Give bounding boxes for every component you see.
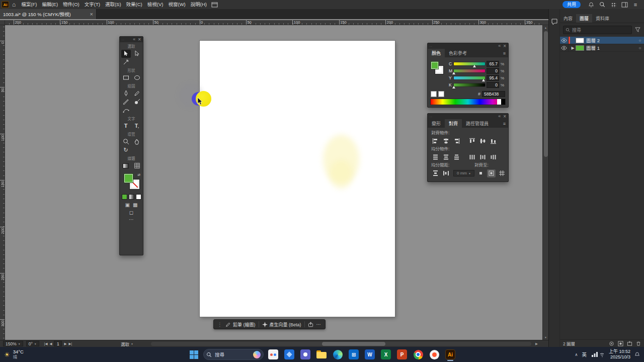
screen-mode-icon[interactable]: ◻ [120, 210, 143, 215]
layer-row[interactable]: ▶圖層 1○ [560, 44, 644, 52]
last-artboard-icon[interactable]: ▶| [68, 342, 72, 346]
channel-value-field[interactable]: 0 [487, 82, 499, 88]
slider-handle-icon[interactable] [473, 65, 476, 67]
tool-gradient[interactable] [121, 162, 131, 170]
menubar-menu-0[interactable]: 檔案(F) [19, 0, 39, 9]
home-icon[interactable]: ⌂ [12, 1, 16, 8]
tool-zoom[interactable] [121, 138, 131, 146]
scroll-up-icon[interactable]: ▲ [543, 25, 548, 30]
align-to-artboard-button[interactable] [498, 169, 506, 177]
drag-grip-icon[interactable]: ∙∙ [122, 38, 125, 41]
illustrator-app-icon[interactable]: Ai [2, 1, 9, 8]
dist-v-center-button[interactable] [442, 153, 450, 161]
layer-thumbnail[interactable] [576, 38, 584, 43]
dist-h-center-button[interactable] [478, 153, 487, 161]
slider-handle-icon[interactable] [482, 79, 485, 81]
tool-rectangle[interactable] [121, 74, 131, 82]
color-spectrum-bar[interactable] [431, 99, 505, 105]
drag-grip-icon[interactable]: ∙∙ [430, 44, 433, 48]
tool-type[interactable]: T [121, 122, 131, 130]
slider-handle-icon[interactable] [452, 72, 455, 74]
collapse-panel-icon[interactable]: « [498, 44, 501, 48]
dist-h-left-button[interactable] [468, 153, 476, 161]
layers-search-input[interactable]: 搜尋 [563, 26, 632, 34]
artboard-number-field[interactable]: 1 [54, 341, 62, 346]
network-volume-icons[interactable] [591, 351, 605, 357]
menubar-menu-7[interactable]: 視窗(W) [166, 0, 188, 9]
zoom-level-select[interactable]: 150% ▼ [3, 341, 23, 346]
scroll-right-icon[interactable]: ▶ [535, 342, 538, 346]
close-tab-icon[interactable]: × [90, 12, 93, 17]
taskbar-app-opera[interactable] [428, 347, 441, 361]
dock-tab-0[interactable]: 內容 [560, 14, 576, 23]
layer-name[interactable]: 圖層 2 [586, 37, 636, 44]
rotation-select[interactable]: 0° ▼ [26, 341, 39, 346]
menubar-menu-8[interactable]: 說明(H) [188, 0, 209, 9]
tray-overflow-icon[interactable]: ∧ [575, 352, 578, 357]
menubar-menu-2[interactable]: 物件(O) [60, 0, 82, 9]
channel-value-field[interactable]: 95.4 [487, 75, 499, 81]
menubar-menu-4[interactable]: 選取(S) [103, 0, 124, 9]
channel-slider[interactable] [454, 62, 485, 65]
color-swatch-button[interactable] [122, 194, 127, 200]
fill-swatch[interactable] [431, 61, 439, 69]
first-artboard-icon[interactable]: |◀ [44, 342, 48, 346]
tool-magic-wand[interactable] [121, 58, 131, 66]
prev-artboard-icon[interactable]: ◀ [49, 342, 52, 346]
channel-slider[interactable] [454, 83, 485, 86]
taskbar-search-box[interactable]: 搜尋 [203, 349, 264, 360]
notification-bell-icon[interactable] [634, 351, 640, 357]
distribute-space-horizontal-button[interactable] [442, 169, 450, 177]
channel-value-field[interactable]: 0 [487, 68, 499, 74]
align-h-right-button[interactable] [452, 137, 461, 145]
collapse-panel-icon[interactable]: « [133, 37, 135, 42]
taskbar-app-paint[interactable] [267, 347, 280, 361]
comments-icon[interactable] [551, 18, 558, 25]
close-panel-icon[interactable]: × [138, 37, 141, 42]
align-v-middle-button[interactable] [478, 137, 487, 145]
vertical-ruler[interactable]: 050100150200250300 [0, 25, 5, 340]
make-mask-icon[interactable] [618, 341, 623, 346]
tool-pencil[interactable] [132, 89, 142, 98]
current-tool-item[interactable]: 鉛筆 (繪圖) [225, 321, 256, 328]
edit-toolbar-icon[interactable]: ⋯ [120, 218, 143, 222]
clock[interactable]: 上午 10:52 2025/10/3 [609, 349, 630, 360]
dist-v-top-button[interactable] [431, 153, 440, 161]
arrange-documents-icon[interactable] [209, 1, 220, 9]
spacing-value-select[interactable]: 0 mm▼ [453, 170, 474, 176]
align-panel-tab-0[interactable]: 變形 [428, 119, 445, 128]
layer-target-icon[interactable]: ○ [636, 46, 644, 50]
generate-vectors-button[interactable]: 產生向量 (Beta) [262, 321, 301, 328]
taskbar-app-powerpoint[interactable]: P [395, 347, 409, 361]
delete-layer-icon[interactable] [636, 341, 641, 346]
tool-direct-selection[interactable] [132, 50, 142, 58]
taskbar-app-edge[interactable] [331, 347, 344, 361]
none-color-swatch[interactable] [431, 91, 437, 97]
locate-object-icon[interactable] [609, 341, 614, 346]
tool-selection[interactable] [121, 50, 131, 58]
artboard[interactable] [200, 41, 395, 317]
dist-h-right-button[interactable] [489, 153, 498, 161]
search-icon[interactable] [597, 1, 608, 9]
filter-funnel-icon[interactable] [634, 27, 641, 33]
weather-widget[interactable]: ☀ 34°C 晴 [4, 347, 24, 362]
distribute-space-vertical-button[interactable] [431, 169, 440, 177]
align-panel-tab-1[interactable]: 對齊 [445, 119, 462, 128]
tool-hand[interactable] [132, 138, 142, 146]
menubar-menu-6[interactable]: 檢視(V) [145, 0, 166, 9]
tool-ellipse[interactable] [132, 74, 142, 82]
taskbar-app-teams[interactable] [299, 347, 312, 361]
align-to-key-object-button[interactable] [487, 169, 496, 177]
copilot-icon[interactable] [253, 351, 261, 358]
draw-normal-icon[interactable]: ▣ [125, 202, 130, 208]
swap-fill-stroke-icon[interactable]: ⇄ [137, 173, 140, 177]
white-spectrum-swatch[interactable] [497, 99, 501, 105]
dock-tab-2[interactable]: 資料庫 [592, 14, 613, 23]
align-h-center-button[interactable] [442, 137, 450, 145]
taskbar-app-excel[interactable]: X [379, 347, 392, 361]
status-tool-indicator[interactable]: 選取 ▼ [121, 341, 133, 347]
horizontal-scrollbar-thumb[interactable] [322, 342, 385, 346]
drag-grip-icon[interactable]: ⋮ [217, 322, 222, 327]
align-to-selection-button[interactable] [476, 169, 485, 177]
dist-v-bottom-button[interactable] [452, 153, 461, 161]
